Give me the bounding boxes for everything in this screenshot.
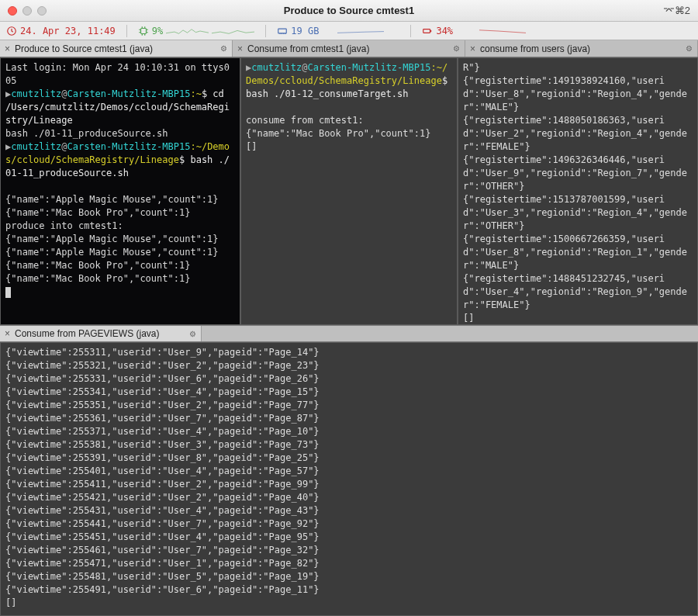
- window-keyhint: ⌤⌘2: [663, 5, 690, 16]
- window-title: Produce to Source cmtest1: [0, 5, 698, 16]
- statusbar: 24. Apr 23, 11:49 9% 19 GB 34%: [0, 22, 698, 40]
- tab-2[interactable]: ×consume from users (java)⚙: [465, 40, 698, 57]
- clock-stat: 24. Apr 23, 11:49: [6, 26, 116, 36]
- cpu-spark: [166, 26, 209, 36]
- close-icon[interactable]: ×: [470, 43, 475, 54]
- clock-icon: [6, 26, 17, 36]
- top-tabs: ×Produce to Source cmtest1 (java)⚙×Consu…: [0, 40, 698, 57]
- gear-icon[interactable]: ⚙: [453, 44, 460, 53]
- svg-rect-1: [140, 28, 146, 33]
- pane-consume-users[interactable]: R"} {"registertime":1491938924160,"useri…: [458, 57, 698, 325]
- terminal-output: ▶cmutzlitz@Carsten-Mutzlitz-MBP15:~/Demo…: [241, 58, 457, 157]
- terminal-output: R"} {"registertime":1491938924160,"useri…: [458, 58, 697, 325]
- battery-icon: [422, 26, 433, 36]
- pane-produce-source[interactable]: Last login: Mon Apr 24 10:10:31 on ttys0…: [0, 57, 240, 325]
- gear-icon[interactable]: ⚙: [686, 44, 693, 53]
- terminal-output: {"viewtime":255311,"userid":"User_9","pa…: [1, 343, 697, 613]
- gear-icon[interactable]: ⚙: [220, 44, 227, 53]
- cpu-icon: [138, 26, 149, 36]
- close-icon[interactable]: ×: [5, 43, 10, 54]
- pane-consume-pageviews[interactable]: {"viewtime":255311,"userid":"User_9","pa…: [0, 342, 698, 616]
- close-icon[interactable]: ×: [237, 43, 243, 54]
- terminal-output: Last login: Mon Apr 24 10:10:31 on ttys0…: [1, 58, 240, 302]
- tab-1[interactable]: ×Consume from cmtest1 (java)⚙: [233, 40, 465, 57]
- keybind-icon: ⌤: [663, 5, 675, 16]
- svg-rect-2: [278, 29, 287, 33]
- ram-spark: [322, 26, 399, 36]
- cpu-spark2: [212, 26, 254, 36]
- bottom-tabs: × Consume from PAGEVIEWS (java) ⚙: [0, 325, 698, 342]
- titlebar: Produce to Source cmtest1 ⌤⌘2: [0, 0, 698, 22]
- battery-spark: [456, 26, 549, 36]
- tab-0[interactable]: ×Produce to Source cmtest1 (java)⚙: [0, 40, 233, 57]
- tab-consume-pageviews[interactable]: × Consume from PAGEVIEWS (java) ⚙: [0, 326, 202, 341]
- cpu-stat: 9%: [138, 26, 254, 36]
- ram-icon: [277, 26, 288, 36]
- gear-icon[interactable]: ⚙: [189, 330, 196, 338]
- battery-stat: 34%: [422, 26, 549, 36]
- svg-rect-3: [423, 29, 430, 33]
- pane-consume-cmtest1[interactable]: ▶cmutzlitz@Carsten-Mutzlitz-MBP15:~/Demo…: [240, 57, 458, 325]
- close-icon[interactable]: ×: [5, 328, 10, 339]
- ram-stat: 19 GB: [277, 26, 399, 36]
